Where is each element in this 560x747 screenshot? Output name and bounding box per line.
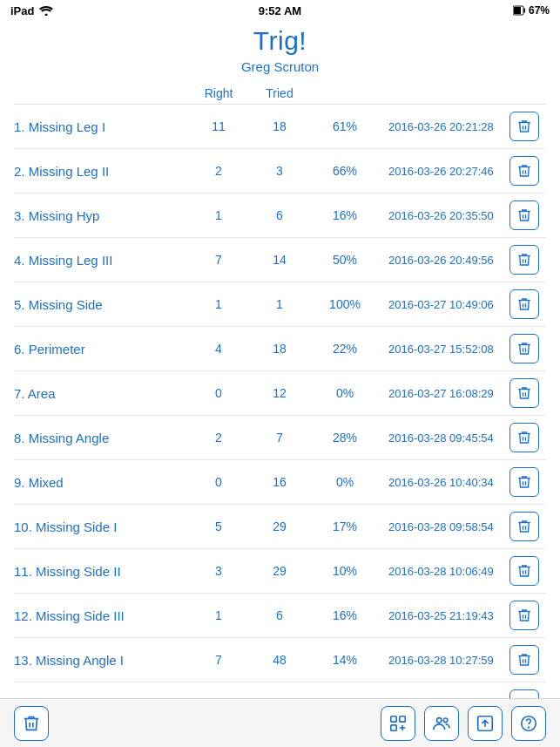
col-right-header: Right — [188, 86, 249, 100]
cell-right: 7 — [188, 653, 249, 667]
cell-name: 6. Perimeter — [14, 342, 188, 357]
wifi-icon — [39, 5, 53, 16]
cell-right: 3 — [188, 564, 249, 578]
cell-right: 0 — [188, 475, 249, 489]
cell-action[interactable] — [503, 334, 546, 363]
cell-pct: 100% — [310, 297, 380, 311]
help-icon — [519, 714, 538, 733]
trash-row-icon — [516, 207, 532, 223]
cell-timestamp: 2016-03-28 10:06:49 — [380, 565, 503, 578]
col-timestamp-header — [380, 86, 503, 100]
table-row: 12. Missing Side III 1 6 16% 2016-03-25 … — [14, 594, 546, 638]
status-left: iPad — [10, 4, 53, 17]
cell-tried: 12 — [249, 386, 310, 400]
cell-name: 13. Missing Angle I — [14, 653, 188, 668]
cell-action[interactable] — [503, 512, 546, 541]
delete-row-button[interactable] — [509, 289, 539, 319]
table-row: 10. Missing Side I 5 29 17% 2016-03-28 0… — [14, 505, 546, 549]
cell-action[interactable] — [503, 423, 546, 452]
delete-row-button[interactable] — [509, 467, 539, 497]
help-button[interactable] — [511, 706, 546, 741]
cell-tried: 18 — [249, 342, 310, 356]
cell-pct: 16% — [310, 208, 380, 222]
cell-right: 2 — [188, 431, 249, 445]
users-button[interactable] — [424, 706, 459, 741]
delete-row-button[interactable] — [509, 556, 539, 586]
delete-row-button[interactable] — [509, 200, 539, 230]
table-row: 7. Area 0 12 0% 2016-03-27 16:08:29 — [14, 371, 546, 416]
svg-point-0 — [45, 14, 48, 17]
cell-right: 1 — [188, 208, 249, 222]
table-row: 3. Missing Hyp 1 6 16% 2016-03-26 20:35:… — [14, 194, 546, 238]
cell-timestamp: 2016-03-27 15:52:08 — [380, 343, 503, 356]
cell-name: 7. Area — [14, 386, 188, 401]
cell-action[interactable] — [503, 378, 546, 408]
delete-all-button[interactable] — [14, 706, 49, 741]
cell-name: 5. Missing Side — [14, 297, 188, 312]
battery-label: 67% — [529, 4, 550, 17]
cell-action[interactable] — [503, 156, 546, 186]
delete-row-button[interactable] — [509, 245, 539, 275]
svg-point-7 — [437, 717, 442, 723]
cell-timestamp: 2016-03-28 10:27:59 — [380, 654, 503, 667]
delete-row-button[interactable] — [509, 334, 539, 363]
cell-right: 4 — [188, 342, 249, 356]
cell-tried: 18 — [249, 119, 310, 133]
table-row: 1. Missing Leg I 11 18 61% 2016-03-26 20… — [14, 105, 546, 149]
cell-right: 1 — [188, 608, 249, 622]
col-pct-header — [310, 86, 380, 100]
cell-pct: 66% — [310, 164, 380, 178]
svg-point-11 — [529, 727, 530, 728]
toolbar-left — [14, 706, 381, 741]
cell-pct: 0% — [310, 386, 380, 400]
status-bar: iPad 9:52 AM 67% — [0, 0, 560, 21]
battery-icon — [513, 5, 525, 16]
trash-row-icon — [516, 385, 532, 401]
table-row: 6. Perimeter 4 18 22% 2016-03-27 15:52:0… — [14, 327, 546, 371]
delete-row-button[interactable] — [509, 378, 539, 408]
cell-timestamp: 2016-03-28 09:58:54 — [380, 520, 503, 533]
cell-pct: 28% — [310, 431, 380, 445]
cell-action[interactable] — [503, 112, 546, 141]
app-header: Trig! Greg Scruton — [0, 21, 560, 83]
cell-name: 12. Missing Side III — [14, 608, 188, 623]
cell-action[interactable] — [503, 645, 546, 675]
main-table: Right Tried 1. Missing Leg I 11 18 61% 2… — [0, 83, 560, 747]
cell-tried: 6 — [249, 208, 310, 222]
trash-row-icon — [516, 341, 532, 357]
cell-name: 1. Missing Leg I — [14, 119, 188, 134]
cell-action[interactable] — [503, 556, 546, 586]
carrier-label: iPad — [10, 4, 34, 17]
col-action-header — [503, 86, 546, 100]
delete-row-button[interactable] — [509, 601, 539, 630]
col-tried-header: Tried — [249, 86, 310, 100]
cell-right: 11 — [188, 119, 249, 133]
trash-row-icon — [516, 608, 532, 623]
cell-action[interactable] — [503, 601, 546, 630]
cell-timestamp: 2016-03-25 21:19:43 — [380, 609, 503, 622]
cell-action[interactable] — [503, 467, 546, 497]
delete-row-button[interactable] — [509, 423, 539, 452]
stats-button[interactable] — [381, 706, 415, 741]
delete-row-button[interactable] — [509, 645, 539, 675]
delete-row-button[interactable] — [509, 512, 539, 541]
cell-tried: 6 — [249, 608, 310, 622]
cell-right: 0 — [188, 386, 249, 400]
cell-action[interactable] — [503, 200, 546, 230]
export-button[interactable] — [468, 706, 503, 741]
svg-rect-4 — [391, 716, 396, 721]
users-icon — [432, 714, 451, 733]
trash-row-icon — [516, 119, 532, 134]
app-subtitle: Greg Scruton — [0, 59, 560, 74]
svg-rect-2 — [523, 9, 525, 13]
delete-row-button[interactable] — [509, 112, 539, 141]
delete-row-button[interactable] — [509, 156, 539, 186]
cell-timestamp: 2016-03-26 20:21:28 — [380, 120, 503, 133]
cell-timestamp: 2016-03-26 20:35:50 — [380, 209, 503, 222]
trash-row-icon — [516, 163, 532, 179]
cell-right: 7 — [188, 253, 249, 267]
cell-action[interactable] — [503, 245, 546, 275]
trash-row-icon — [516, 474, 532, 490]
table-row: 8. Missing Angle 2 7 28% 2016-03-28 09:4… — [14, 416, 546, 460]
cell-action[interactable] — [503, 289, 546, 319]
